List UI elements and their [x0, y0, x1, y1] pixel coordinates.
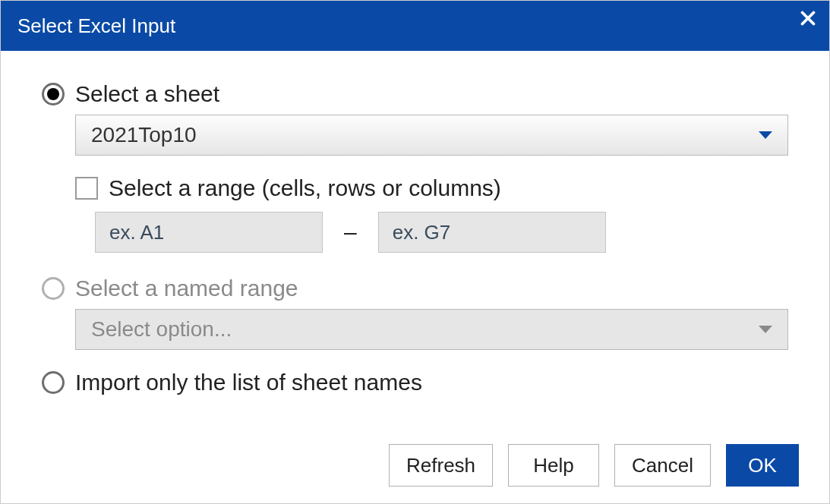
cancel-button[interactable]: Cancel — [614, 444, 711, 487]
select-sheet-group: 2021Top10 Select a range (cells, rows or… — [75, 115, 788, 253]
radio-named-range-label: Select a named range — [75, 276, 298, 301]
refresh-button[interactable]: Refresh — [389, 444, 493, 487]
radio-import-list[interactable] — [42, 371, 65, 394]
dialog-content: Select a sheet 2021Top10 Select a range … — [1, 51, 829, 444]
range-checkbox-row[interactable]: Select a range (cells, rows or columns) — [75, 175, 788, 201]
option-named-range[interactable]: Select a named range — [42, 276, 788, 301]
option-import-list[interactable]: Import only the list of sheet names — [42, 370, 788, 395]
dialog-footer: Refresh Help Cancel OK — [1, 444, 829, 503]
option-select-sheet[interactable]: Select a sheet — [42, 81, 788, 107]
range-to-input[interactable] — [378, 212, 606, 253]
radio-import-list-label: Import only the list of sheet names — [75, 370, 422, 395]
chevron-down-icon — [759, 326, 772, 333]
radio-named-range[interactable] — [42, 277, 65, 300]
named-range-group: Select option... — [75, 309, 788, 350]
help-button[interactable]: Help — [508, 444, 599, 487]
title-bar: Select Excel Input — [1, 1, 829, 51]
radio-select-sheet-label: Select a sheet — [75, 81, 219, 107]
close-icon — [800, 11, 816, 26]
sheet-dropdown[interactable]: 2021Top10 — [75, 115, 788, 156]
range-checkbox-label: Select a range (cells, rows or columns) — [109, 175, 501, 201]
named-range-dropdown: Select option... — [75, 309, 788, 350]
named-range-placeholder: Select option... — [91, 317, 232, 342]
range-checkbox[interactable] — [75, 177, 98, 200]
sheet-dropdown-value: 2021Top10 — [91, 123, 197, 147]
dialog-window: Select Excel Input Select a sheet 2021To… — [0, 0, 830, 504]
range-dash: – — [344, 219, 357, 245]
ok-button[interactable]: OK — [726, 444, 799, 487]
range-from-input[interactable] — [95, 212, 323, 253]
radio-select-sheet[interactable] — [42, 83, 65, 106]
range-inputs: – — [95, 212, 788, 253]
close-button[interactable] — [787, 1, 829, 36]
chevron-down-icon — [759, 131, 772, 139]
dialog-title: Select Excel Input — [17, 14, 175, 38]
